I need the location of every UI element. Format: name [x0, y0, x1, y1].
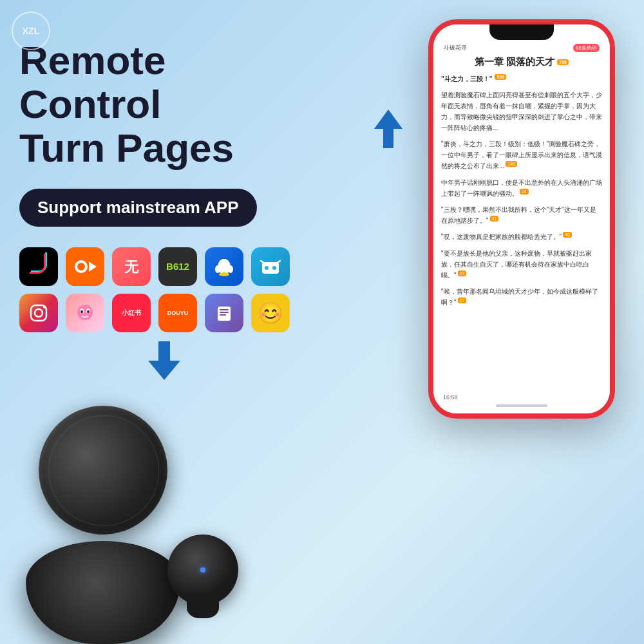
- phone-status-bar: 斗破花寻 88条热评: [441, 44, 602, 52]
- app-icon-bilibili: [251, 247, 290, 286]
- svg-point-10: [265, 266, 269, 270]
- svg-rect-24: [220, 312, 229, 313]
- svg-point-15: [35, 309, 43, 317]
- watermark-logo: XZL: [12, 12, 50, 50]
- arrow-up-icon: [374, 109, 402, 151]
- novel-paragraph-7: "要不是族长是他的父亲，这种废物，早就被驱赶出家族，任其自生自灭了，哪还有机会待…: [441, 248, 602, 281]
- svg-marker-2: [89, 261, 97, 272]
- svg-marker-27: [148, 341, 180, 380]
- novel-paragraph-1: "斗之力，三段！"999: [441, 73, 602, 84]
- phone-screen: 斗破花寻 88条热评 第一章 陨落的天才 706 "斗之力，三段！"999 望着…: [433, 24, 610, 413]
- app-icon-douyu: DOUYU: [158, 294, 197, 332]
- novel-paragraph-8: "唉，昔年那名闻乌坦城的天才少年，如今成这般模样了啊？"27: [441, 286, 602, 308]
- svg-point-17: [77, 305, 93, 320]
- case-base: [26, 541, 180, 644]
- svg-point-16: [43, 306, 46, 308]
- app-icon-b612: B612: [158, 247, 197, 286]
- support-badge: Support mainstream APP: [19, 189, 257, 227]
- svg-point-5: [219, 259, 229, 269]
- svg-point-1: [77, 263, 85, 270]
- svg-line-12: [261, 261, 265, 263]
- earbud: [167, 535, 238, 605]
- svg-point-20: [80, 310, 83, 313]
- arrow-down-icon: [148, 341, 180, 383]
- svg-point-11: [272, 266, 276, 270]
- svg-rect-25: [220, 314, 226, 316]
- app-icons-grid: 无 B612: [19, 247, 290, 332]
- svg-rect-23: [220, 309, 229, 310]
- svg-line-13: [276, 261, 280, 263]
- app-name: 斗破花寻: [444, 44, 467, 52]
- app-icon-wuyu: 无: [112, 247, 151, 286]
- app-icon-xiaohongshu: 小红书: [112, 294, 151, 332]
- novel-paragraph-2: 望着测验魔石碑上面闪亮得甚至有些刺眼的五个大字，少年面无表情，唇角有着一抹自嘲，…: [441, 90, 602, 133]
- svg-rect-22: [218, 307, 231, 321]
- app-icon-reading: [205, 294, 243, 332]
- novel-paragraph-6: "哎，这废物真是把家族的脸都给丢光了。"40: [441, 231, 602, 242]
- novel-paragraph-5: "三段？嘿嘿，果然不出我所料，这个"天才"这一年又是在原地踏步了。"41: [441, 204, 602, 226]
- svg-marker-26: [374, 109, 402, 148]
- novel-paragraph-3: "萧炎，斗之力，三段！级别：低级！"测验魔石碑之旁，一位中年男子，看了一眼碑上所…: [441, 138, 602, 171]
- earbud-indicator: [200, 567, 205, 573]
- phone-notch: [489, 24, 554, 40]
- main-headline: Remote Control Turn Pages: [19, 39, 290, 171]
- svg-point-8: [219, 272, 229, 276]
- app-icon-instagram: [19, 294, 58, 332]
- svg-point-6: [215, 265, 220, 273]
- phone-home-bar: [496, 404, 547, 407]
- app-icon-kuaishou: [66, 247, 104, 286]
- case-lid: [24, 392, 182, 549]
- phone-body: 斗破花寻 88条热评 第一章 陨落的天才 706 "斗之力，三段！"999 望着…: [428, 19, 615, 419]
- svg-point-21: [87, 310, 90, 313]
- earbuds-product: [0, 386, 270, 644]
- app-icon-anime: [66, 294, 104, 332]
- svg-point-7: [228, 265, 233, 273]
- phone-time: 16:58: [443, 394, 458, 401]
- app-icon-emoji: 😊: [251, 294, 290, 332]
- left-panel: Remote Control Turn Pages Support mainst…: [19, 39, 290, 345]
- chapter-title: 第一章 陨落的天才 706: [441, 56, 602, 68]
- hot-badge: 88条热评: [573, 44, 600, 52]
- app-icon-qq: [205, 247, 243, 286]
- novel-paragraph-4: 中年男子话刚刚脱口，便是不出意外的在人头涌涌的广场上带起了一阵嘲讽的骚动。24: [441, 177, 602, 199]
- svg-text:无: 无: [124, 259, 139, 275]
- phone-mockup: 斗破花寻 88条热评 第一章 陨落的天才 706 "斗之力，三段！"999 望着…: [419, 19, 625, 457]
- app-icon-douyin: [19, 247, 58, 286]
